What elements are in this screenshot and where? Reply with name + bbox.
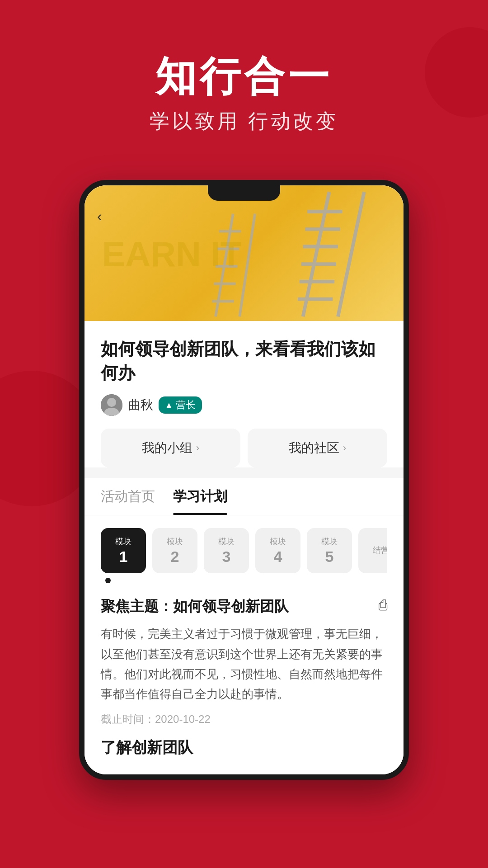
content-header: 聚焦主题：如何领导创新团队 ⎙ xyxy=(101,597,387,617)
phone-mockup: EARN IT ‹ 如何领导创新团队，来看看我们该如何办 曲秋 xyxy=(79,180,409,780)
author-name: 曲秋 xyxy=(128,396,153,414)
module-label-end: 结营 xyxy=(373,545,387,556)
share-icon[interactable]: ⎙ xyxy=(379,597,387,613)
svg-text:EARN IT: EARN IT xyxy=(102,235,242,274)
module-label-5: 模块 xyxy=(321,536,338,547)
tabs-row: 活动首页 学习计划 xyxy=(84,478,404,515)
content-deadline: 截止时间：2020-10-22 xyxy=(101,712,387,726)
author-badge: ▲ 营长 xyxy=(159,396,202,414)
main-title: 知行合一 xyxy=(18,54,470,99)
modules-row: 模块 1 模块 2 模块 3 模块 4 xyxy=(101,528,387,573)
module-card-3[interactable]: 模块 3 xyxy=(204,528,249,573)
content-section: 聚焦主题：如何领导创新团队 ⎙ 有时候，完美主义者过于习惯于微观管理，事无巨细，… xyxy=(84,588,404,774)
active-module-dot xyxy=(105,578,111,583)
quick-nav: 我的小组 › 我的社区 › xyxy=(101,429,387,467)
module-card-5[interactable]: 模块 5 xyxy=(307,528,352,573)
my-community-label: 我的社区 xyxy=(289,439,339,457)
content-main-title: 聚焦主题：如何领导创新团队 xyxy=(101,597,289,617)
back-button[interactable]: ‹ xyxy=(97,208,102,225)
my-group-button[interactable]: 我的小组 › xyxy=(101,429,240,467)
module-label-1: 模块 xyxy=(115,536,131,547)
hero-illustration: EARN IT xyxy=(84,185,404,321)
module-card-end[interactable]: 结营 xyxy=(358,528,387,573)
svg-point-17 xyxy=(107,398,116,407)
content-body: 有时候，完美主义者过于习惯于微观管理，事无巨细，以至他们甚至没有意识到这个世界上… xyxy=(101,624,387,704)
module-label-2: 模块 xyxy=(167,536,183,547)
chevron-right-icon: › xyxy=(196,442,199,454)
chevron-right-icon-2: › xyxy=(343,442,346,454)
phone-container: EARN IT ‹ 如何领导创新团队，来看看我们该如何办 曲秋 xyxy=(0,180,488,780)
article-title: 如何领导创新团队，来看看我们该如何办 xyxy=(101,337,387,385)
tab-study-plan[interactable]: 学习计划 xyxy=(173,478,227,515)
module-card-2[interactable]: 模块 2 xyxy=(152,528,197,573)
module-number-5: 5 xyxy=(325,548,334,566)
module-number-1: 1 xyxy=(119,548,128,566)
module-label-3: 模块 xyxy=(218,536,235,547)
author-avatar xyxy=(101,394,122,416)
badge-triangle-icon: ▲ xyxy=(165,401,173,410)
modules-section: 模块 1 模块 2 模块 3 模块 4 xyxy=(84,515,404,588)
tab-activity-home[interactable]: 活动首页 xyxy=(101,478,155,515)
phone-screen: EARN IT ‹ 如何领导创新团队，来看看我们该如何办 曲秋 xyxy=(84,185,404,774)
svg-line-9 xyxy=(239,214,255,316)
article-section: 如何领导创新团队，来看看我们该如何办 曲秋 ▲ 营长 xyxy=(84,321,404,467)
hero-image: EARN IT ‹ xyxy=(84,185,404,321)
top-header: 知行合一 学以致用 行动改变 xyxy=(0,0,488,162)
phone-notch xyxy=(208,185,280,201)
module-card-1[interactable]: 模块 1 xyxy=(101,528,146,573)
my-group-label: 我的小组 xyxy=(142,439,192,457)
modules-indicator xyxy=(105,573,387,588)
module-number-3: 3 xyxy=(222,548,231,566)
my-community-button[interactable]: 我的社区 › xyxy=(248,429,387,467)
module-number-2: 2 xyxy=(171,548,179,566)
module-label-4: 模块 xyxy=(270,536,286,547)
module-card-4[interactable]: 模块 4 xyxy=(255,528,300,573)
main-subtitle: 学以致用 行动改变 xyxy=(18,108,470,135)
sub-section-title: 了解创新团队 xyxy=(101,737,387,758)
module-number-4: 4 xyxy=(274,548,282,566)
badge-text: 营长 xyxy=(176,398,196,412)
author-row: 曲秋 ▲ 营长 xyxy=(101,394,387,416)
